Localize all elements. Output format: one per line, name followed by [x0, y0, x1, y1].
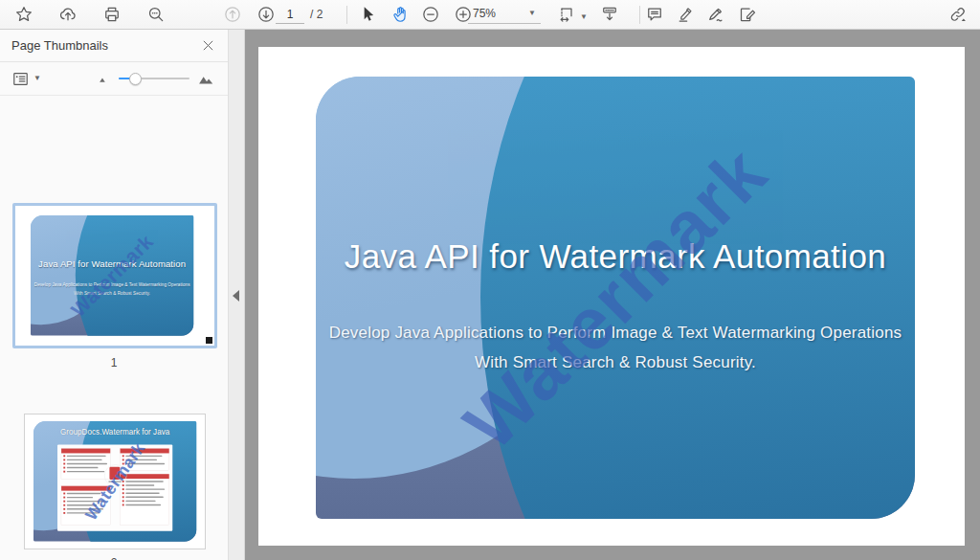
thumbnail-page-1[interactable]: Java API for Watermark Automation Develo… [12, 203, 217, 348]
toolbar-separator [639, 6, 640, 24]
page-1-label: 1 [0, 356, 228, 370]
collapse-panel-icon[interactable] [233, 290, 239, 302]
star-button[interactable] [11, 2, 36, 27]
close-panel-button[interactable] [199, 37, 216, 55]
panel-title: Page Thumbnails [11, 38, 108, 53]
page-handle [206, 337, 212, 344]
zoom-out-thumbnails-icon[interactable] [97, 72, 111, 86]
slide2-thumbnail: GroupDocs.Watermark for Java [33, 421, 196, 542]
toolbar: / 2 75% ▼ ▼ [0, 0, 980, 30]
highlight-button[interactable] [673, 2, 698, 27]
thumbnail-page-2[interactable]: GroupDocs.Watermark for Java [24, 414, 206, 549]
slider-knob[interactable] [129, 73, 142, 85]
chevron-down-icon: ▼ [33, 75, 41, 82]
slide1: Java API for Watermark Automation Develo… [316, 77, 915, 519]
chevron-down-icon[interactable]: ▼ [580, 12, 588, 21]
hand-tool-button[interactable] [388, 2, 412, 27]
thumbnail-size-slider[interactable] [119, 73, 189, 84]
print-button[interactable] [100, 2, 124, 27]
search-icon[interactable] [144, 2, 168, 27]
page-2-label: 2 [0, 556, 228, 560]
pdf-page-1: Java API for Watermark Automation Develo… [258, 47, 965, 546]
zoom-in-thumbnails-icon[interactable] [197, 69, 216, 88]
share-link-button[interactable] [946, 2, 970, 27]
page-total-label: / 2 [310, 8, 323, 21]
thumbnails-panel: Page Thumbnails ▼ Java API for Watermark… [0, 30, 228, 560]
sign-button[interactable] [703, 2, 728, 27]
share-upload-button[interactable] [56, 2, 80, 27]
thumbnails-panel-header: Page Thumbnails [0, 30, 228, 62]
page-number-input[interactable] [276, 5, 304, 24]
panel-splitter[interactable] [228, 30, 245, 560]
slide1-thumbnail: Java API for Watermark Automation Develo… [31, 215, 193, 336]
comment-button[interactable] [642, 2, 667, 27]
thumbnails-controls: ▼ [0, 62, 228, 96]
fit-width-button[interactable] [554, 2, 579, 27]
fill-sign-button[interactable] [735, 2, 760, 27]
slide-swoosh-dark [480, 77, 915, 519]
select-tool-button[interactable] [355, 2, 380, 27]
previous-page-button[interactable] [220, 2, 245, 27]
chevron-down-icon: ▼ [528, 10, 536, 17]
zoom-out-button[interactable] [418, 2, 443, 27]
scroll-mode-button[interactable] [597, 2, 622, 27]
zoom-level-value: 75% [473, 7, 496, 20]
toolbar-separator [346, 6, 347, 24]
feature-box [61, 448, 111, 480]
slide2-title: GroupDocs.Watermark for Java [33, 428, 196, 437]
feature-box [120, 474, 169, 525]
zoom-level-dropdown[interactable]: 75% ▼ [468, 4, 541, 24]
thumbnail-options-button[interactable]: ▼ [11, 70, 41, 88]
document-view: Java API for Watermark Automation Develo… [245, 30, 980, 560]
